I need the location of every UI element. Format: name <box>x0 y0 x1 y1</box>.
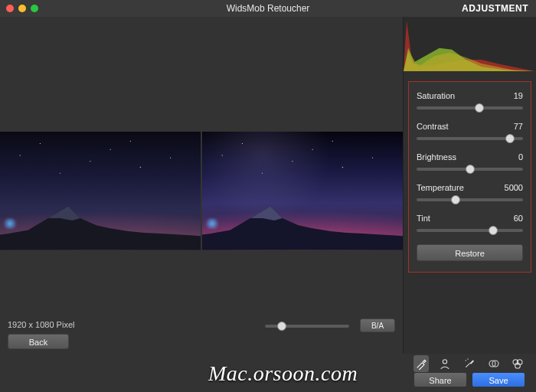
slider-value: 19 <box>514 91 523 100</box>
minimize-window-button[interactable] <box>18 5 26 12</box>
save-button[interactable]: Save <box>472 372 525 387</box>
slider-track[interactable] <box>417 106 523 109</box>
watermark: Mac.orsoon.com <box>208 361 358 386</box>
before-after-toggle[interactable]: B/A <box>360 318 395 332</box>
titlebar: WidsMob Retoucher ADJUSTMENT <box>0 0 536 17</box>
slider-track[interactable] <box>417 168 523 171</box>
slider-value: 0 <box>518 152 523 162</box>
image-dimensions: 1920 x 1080 Pixel <box>8 320 74 329</box>
restore-button[interactable]: Restore <box>417 244 523 261</box>
back-button[interactable]: Back <box>8 334 69 349</box>
slider-value: 60 <box>514 214 523 223</box>
svg-point-1 <box>466 360 466 361</box>
canvas-footer: 1920 x 1080 Pixel B/A Back <box>0 315 403 354</box>
tool-row <box>413 355 525 372</box>
canvas-area: 1920 x 1080 Pixel B/A Back <box>0 17 403 354</box>
slider-value: 5000 <box>505 183 523 192</box>
image-before <box>0 132 201 250</box>
panel-footer: Share Save <box>407 354 531 392</box>
image-after <box>202 132 403 250</box>
svg-point-0 <box>443 360 447 364</box>
portrait-tool-icon[interactable] <box>438 355 453 372</box>
slider-contrast: Contrast 77 <box>417 122 523 140</box>
filmpack-tool-icon[interactable] <box>510 355 525 372</box>
slider-label: Contrast <box>417 122 449 131</box>
slider-label: Temperature <box>417 183 464 192</box>
slider-label: Saturation <box>417 91 455 100</box>
app-title: WidsMob Retoucher <box>227 3 310 14</box>
slider-tint: Tint 60 <box>417 214 523 232</box>
slider-label: Brightness <box>417 152 456 162</box>
before-after-view <box>0 132 403 250</box>
lomo-tool-icon[interactable] <box>486 355 502 372</box>
slider-knob[interactable] <box>489 226 498 235</box>
zoom-slider-knob[interactable] <box>277 322 286 331</box>
adjustment-sliders: Saturation 19 Contrast 77 Brightness <box>408 81 531 273</box>
denoise-tool-icon[interactable] <box>462 355 477 372</box>
histogram <box>404 17 536 70</box>
slider-track[interactable] <box>417 137 523 140</box>
adjustment-panel: Saturation 19 Contrast 77 Brightness <box>403 17 536 354</box>
slider-knob[interactable] <box>505 134 515 143</box>
slider-knob[interactable] <box>466 165 475 174</box>
window-controls <box>6 5 38 12</box>
adjustment-tool-icon[interactable] <box>413 355 429 372</box>
share-button[interactable]: Share <box>413 372 467 387</box>
slider-temperature: Temperature 5000 <box>417 183 523 201</box>
slider-knob[interactable] <box>475 103 484 113</box>
zoom-slider[interactable] <box>265 325 349 328</box>
close-window-button[interactable] <box>6 5 14 12</box>
zoom-window-button[interactable] <box>31 5 38 12</box>
slider-track[interactable] <box>417 198 523 201</box>
slider-knob[interactable] <box>451 195 460 204</box>
slider-value: 77 <box>514 122 523 131</box>
tab-adjustment[interactable]: ADJUSTMENT <box>462 3 528 14</box>
slider-brightness: Brightness 0 <box>417 152 523 171</box>
svg-point-2 <box>467 358 468 359</box>
slider-label: Tint <box>417 214 430 223</box>
slider-track[interactable] <box>417 229 523 232</box>
slider-saturation: Saturation 19 <box>417 91 523 109</box>
